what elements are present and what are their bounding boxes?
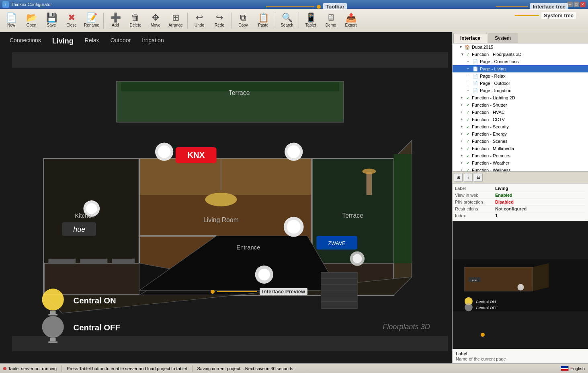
delete-icon: 🗑 [131, 13, 140, 22]
redo-button[interactable]: ↪ Redo [210, 10, 229, 31]
close-window-button[interactable]: ✕ [580, 2, 586, 7]
tree-item-remotes[interactable]: + ✓ Function - Remotes [453, 152, 588, 159]
tree-root[interactable]: ▼ 🏠 Dubai2015 [453, 43, 588, 51]
tree-item-irrigation[interactable]: + 📄 Page - Irrigation [453, 87, 588, 94]
add-label: Add [112, 23, 119, 27]
conn-label: Page - Connections [480, 59, 519, 64]
svg-point-56 [42, 289, 64, 310]
rename-label: Rename [84, 23, 99, 27]
prop-pin-row: PIN protection Disabled [455, 199, 586, 206]
undo-icon: ↩ [196, 13, 203, 22]
tab-relax[interactable]: Relax [83, 36, 101, 46]
svg-text:Central OFF: Central OFF [476, 305, 498, 309]
save-button[interactable]: 💾 Save [42, 10, 61, 31]
move-label: Move [151, 23, 160, 27]
close-icon: ✖ [68, 13, 75, 22]
svg-point-35 [158, 145, 171, 158]
paste-button[interactable]: 📋 Paste [254, 10, 273, 31]
new-button[interactable]: 📄 New [2, 10, 21, 31]
move-button[interactable]: ✥ Move [146, 10, 165, 31]
tree-item-relax[interactable]: + 📄 Page - Relax [453, 72, 588, 80]
props-btn-3[interactable]: ⊟ [474, 173, 483, 182]
add-button[interactable]: ➕ Add [106, 10, 125, 31]
tree-item-scenes[interactable]: + ✓ Function - Scenes [453, 138, 588, 145]
tab-outdoor[interactable]: Outdoor [109, 36, 133, 46]
minimize-button[interactable]: ─ [567, 2, 573, 7]
svg-text:Entrance: Entrance [236, 244, 260, 251]
tree-item-lighting2d[interactable]: + ✓ Function - Lighting 2D [453, 94, 588, 101]
prop-index-value: 1 [495, 213, 498, 218]
interface-tab[interactable]: Interface [453, 33, 487, 43]
open-icon: 📂 [26, 13, 37, 22]
props-toolbar: ⊞ ↕ ⊟ [453, 171, 588, 183]
root-home-icon: 🏠 [465, 45, 471, 50]
open-button[interactable]: 📂 Open [22, 10, 41, 31]
system-tab[interactable]: System [488, 33, 518, 43]
toolbar: 📄 New 📂 Open 💾 Save ✖ Close 📝 Rename ➕ A… [0, 9, 588, 32]
search-button[interactable]: 🔍 Search [277, 10, 297, 31]
flag-icon [561, 366, 569, 371]
tab-living[interactable]: Living [51, 36, 75, 46]
outdoor-page-icon: 📄 [473, 81, 479, 86]
fp-expand-icon: ▼ [461, 52, 466, 56]
delete-label: Delete [130, 23, 141, 27]
props-btn-1[interactable]: ⊞ [454, 173, 463, 182]
language-status: English [561, 366, 585, 371]
help-label: Label [456, 351, 585, 356]
statusbar: Tablet server not running Press Tablet b… [0, 363, 588, 373]
main-area: Connections Living Relax Outdoor Irrigat… [0, 32, 588, 363]
save-icon: 💾 [46, 13, 57, 22]
tablet-button[interactable]: 📱 Tablet [301, 10, 320, 31]
svg-rect-62 [48, 341, 57, 342]
demo-button[interactable]: 🖥 Demo [321, 10, 340, 31]
floorplan: KNX hue ZWAVE Terrace Kitchen Living Roo… [12, 52, 448, 351]
tab-irrigation[interactable]: Irrigation [140, 36, 165, 46]
arrange-icon: ⊞ [172, 13, 179, 22]
tree-area[interactable]: ▼ 🏠 Dubai2015 ▼ ✓ Function - Floorplants… [453, 43, 588, 171]
relax-page-icon: 📄 [473, 74, 479, 79]
svg-text:Central ON: Central ON [74, 296, 116, 305]
tree-item-connections[interactable]: + 📄 Page - Connections [453, 58, 588, 65]
undo-button[interactable]: ↩ Undo [190, 10, 209, 31]
fp-check-icon: ✓ [466, 52, 472, 57]
svg-rect-30 [80, 259, 108, 264]
svg-point-43 [353, 254, 362, 263]
tree-item-security[interactable]: + ✓ Function - Security [453, 123, 588, 130]
tree-item-cctv[interactable]: + ✓ Function - CCTV [453, 116, 588, 123]
svg-text:Terrace: Terrace [229, 89, 250, 96]
copy-button[interactable]: ⧉ Copy [234, 10, 253, 31]
outdoor-expand-icon: + [467, 81, 473, 85]
help-area: Label Name of the current page [453, 349, 588, 363]
tree-item-living[interactable]: + 📄 Page - Living [453, 65, 588, 72]
paste-label: Paste [258, 23, 268, 27]
demo-icon: 🖥 [326, 13, 335, 22]
prop-index-row: Index 1 [455, 212, 586, 219]
close-button[interactable]: ✖ Close [62, 10, 81, 31]
delete-button[interactable]: 🗑 Delete [126, 10, 145, 31]
export-label: Export [345, 23, 357, 27]
tree-item-floorplants[interactable]: ▼ ✓ Function - Floorplants 3D [453, 51, 588, 58]
maximize-button[interactable]: □ [574, 2, 579, 7]
arrange-button[interactable]: ⊞ Arrange [166, 10, 185, 31]
tree-item-shutter[interactable]: + ✓ Function - Shutter [453, 101, 588, 109]
new-icon: 📄 [6, 13, 17, 22]
props-btn-2[interactable]: ↕ [464, 173, 473, 182]
tree-item-outdoor[interactable]: + 📄 Page - Outdoor [453, 80, 588, 87]
language-label: English [570, 366, 585, 371]
separator-2 [187, 12, 188, 29]
tree-item-hvac[interactable]: + ✓ Function - HVAC [453, 109, 588, 116]
tree-item-weather[interactable]: + ✓ Function - Weather [453, 159, 588, 167]
tab-connections[interactable]: Connections [8, 36, 43, 46]
prop-view-row: View in web Enabled [455, 192, 586, 199]
svg-text:Central ON: Central ON [476, 299, 496, 303]
search-icon: 🔍 [282, 13, 293, 22]
irr-label: Page - Irrigation [480, 88, 511, 93]
open-label: Open [27, 23, 36, 27]
export-button[interactable]: 📤 Export [341, 10, 361, 31]
living-page-icon: 📄 [473, 66, 479, 72]
tree-item-wellness[interactable]: + ✓ Function - Wellness [453, 167, 588, 171]
nav-tabs: Connections Living Relax Outdoor Irrigat… [8, 36, 166, 46]
tree-item-multimedia[interactable]: + ✓ Function - Multimedia [453, 145, 588, 152]
rename-button[interactable]: 📝 Rename [82, 10, 101, 31]
tree-item-energy[interactable]: + ✓ Function - Energy [453, 130, 588, 138]
